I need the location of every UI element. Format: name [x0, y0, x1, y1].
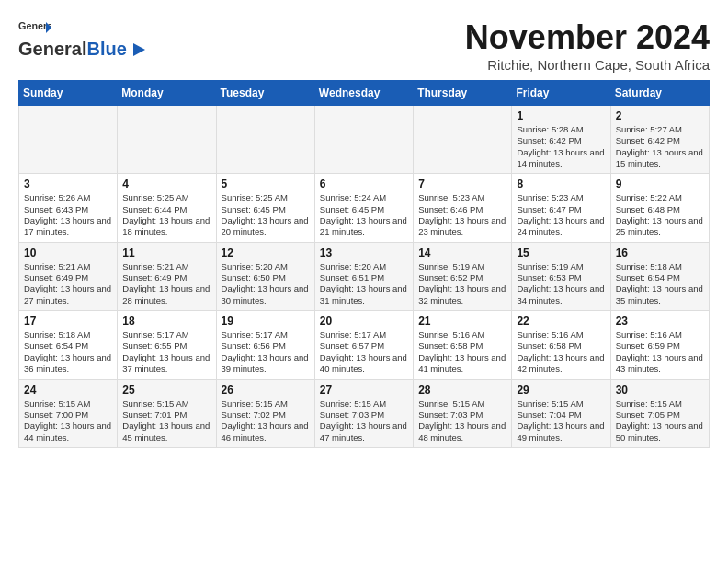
- calendar-cell: 23Sunrise: 5:16 AM Sunset: 6:59 PM Dayli…: [610, 311, 709, 379]
- title-area: November 2024 Ritchie, Northern Cape, So…: [465, 18, 710, 73]
- calendar-cell: 18Sunrise: 5:17 AM Sunset: 6:55 PM Dayli…: [118, 311, 216, 379]
- calendar-cell: 15Sunrise: 5:19 AM Sunset: 6:53 PM Dayli…: [512, 242, 610, 310]
- day-number: 30: [616, 384, 704, 396]
- day-info: Sunrise: 5:15 AM Sunset: 7:02 PM Dayligh…: [222, 398, 310, 443]
- day-info: Sunrise: 5:22 AM Sunset: 6:48 PM Dayligh…: [616, 192, 704, 237]
- calendar-cell: 4Sunrise: 5:25 AM Sunset: 6:44 PM Daylig…: [118, 174, 216, 242]
- day-info: Sunrise: 5:18 AM Sunset: 6:54 PM Dayligh…: [616, 261, 704, 306]
- day-number: 22: [517, 315, 605, 327]
- day-info: Sunrise: 5:21 AM Sunset: 6:49 PM Dayligh…: [122, 261, 210, 306]
- calendar-cell: 17Sunrise: 5:18 AM Sunset: 6:54 PM Dayli…: [19, 311, 118, 379]
- week-row-5: 24Sunrise: 5:15 AM Sunset: 7:00 PM Dayli…: [19, 379, 710, 447]
- day-number: 7: [418, 178, 506, 190]
- subtitle: Ritchie, Northern Cape, South Africa: [465, 57, 710, 73]
- day-number: 19: [222, 315, 310, 327]
- week-row-1: 1Sunrise: 5:28 AM Sunset: 6:42 PM Daylig…: [19, 106, 710, 174]
- day-number: 24: [24, 384, 112, 396]
- calendar-cell: 29Sunrise: 5:15 AM Sunset: 7:04 PM Dayli…: [512, 379, 610, 447]
- day-number: 14: [418, 247, 506, 259]
- day-number: 27: [320, 384, 408, 396]
- day-info: Sunrise: 5:15 AM Sunset: 7:03 PM Dayligh…: [320, 398, 408, 443]
- day-info: Sunrise: 5:16 AM Sunset: 6:58 PM Dayligh…: [418, 329, 506, 374]
- calendar-cell: 21Sunrise: 5:16 AM Sunset: 6:58 PM Dayli…: [414, 311, 512, 379]
- day-info: Sunrise: 5:17 AM Sunset: 6:55 PM Dayligh…: [122, 329, 210, 374]
- calendar-cell: 30Sunrise: 5:15 AM Sunset: 7:05 PM Dayli…: [610, 379, 709, 447]
- day-number: 9: [616, 178, 704, 190]
- day-info: Sunrise: 5:17 AM Sunset: 6:57 PM Dayligh…: [320, 329, 408, 374]
- calendar-cell: [19, 106, 118, 174]
- weekday-header-thursday: Thursday: [414, 81, 512, 106]
- calendar-cell: 27Sunrise: 5:15 AM Sunset: 7:03 PM Dayli…: [314, 379, 413, 447]
- weekday-header-saturday: Saturday: [610, 81, 709, 106]
- calendar-cell: 28Sunrise: 5:15 AM Sunset: 7:03 PM Dayli…: [414, 379, 512, 447]
- day-number: 4: [122, 178, 210, 190]
- day-number: 18: [122, 315, 210, 327]
- day-number: 13: [320, 247, 408, 259]
- day-number: 3: [24, 178, 112, 190]
- logo-general: General: [18, 39, 86, 60]
- calendar-cell: 8Sunrise: 5:23 AM Sunset: 6:47 PM Daylig…: [512, 174, 610, 242]
- day-info: Sunrise: 5:19 AM Sunset: 6:53 PM Dayligh…: [517, 261, 605, 306]
- day-number: 12: [222, 247, 310, 259]
- calendar-cell: 6Sunrise: 5:24 AM Sunset: 6:45 PM Daylig…: [314, 174, 413, 242]
- calendar-cell: 2Sunrise: 5:27 AM Sunset: 6:42 PM Daylig…: [610, 106, 709, 174]
- day-number: 29: [517, 384, 605, 396]
- calendar-cell: 12Sunrise: 5:20 AM Sunset: 6:50 PM Dayli…: [216, 242, 314, 310]
- calendar-cell: 13Sunrise: 5:20 AM Sunset: 6:51 PM Dayli…: [314, 242, 413, 310]
- calendar-cell: 26Sunrise: 5:15 AM Sunset: 7:02 PM Dayli…: [216, 379, 314, 447]
- day-number: 25: [122, 384, 210, 396]
- day-info: Sunrise: 5:15 AM Sunset: 7:03 PM Dayligh…: [418, 398, 506, 443]
- month-title: November 2024: [465, 18, 710, 57]
- day-number: 1: [517, 109, 605, 122]
- week-row-2: 3Sunrise: 5:26 AM Sunset: 6:43 PM Daylig…: [19, 174, 710, 242]
- calendar-cell: [118, 106, 216, 174]
- day-number: 21: [418, 315, 506, 327]
- week-row-3: 10Sunrise: 5:21 AM Sunset: 6:49 PM Dayli…: [19, 242, 710, 310]
- calendar-cell: 5Sunrise: 5:25 AM Sunset: 6:45 PM Daylig…: [216, 174, 314, 242]
- weekday-header-wednesday: Wednesday: [314, 81, 413, 106]
- calendar-table: SundayMondayTuesdayWednesdayThursdayFrid…: [18, 80, 710, 448]
- day-number: 15: [517, 247, 605, 259]
- day-info: Sunrise: 5:20 AM Sunset: 6:50 PM Dayligh…: [222, 261, 310, 306]
- day-info: Sunrise: 5:21 AM Sunset: 6:49 PM Dayligh…: [24, 261, 112, 306]
- logo-blue: Blue: [86, 39, 126, 60]
- day-number: 8: [517, 178, 605, 190]
- day-info: Sunrise: 5:20 AM Sunset: 6:51 PM Dayligh…: [320, 261, 408, 306]
- day-info: Sunrise: 5:28 AM Sunset: 6:42 PM Dayligh…: [517, 124, 605, 169]
- day-number: 28: [418, 384, 506, 396]
- day-number: 26: [222, 384, 310, 396]
- day-number: 6: [320, 178, 408, 190]
- svg-marker-2: [133, 43, 145, 56]
- day-number: 17: [24, 315, 112, 327]
- calendar-cell: 11Sunrise: 5:21 AM Sunset: 6:49 PM Dayli…: [118, 242, 216, 310]
- day-info: Sunrise: 5:15 AM Sunset: 7:00 PM Dayligh…: [24, 398, 112, 443]
- week-row-4: 17Sunrise: 5:18 AM Sunset: 6:54 PM Dayli…: [19, 311, 710, 379]
- day-number: 2: [616, 109, 704, 122]
- day-info: Sunrise: 5:16 AM Sunset: 6:59 PM Dayligh…: [616, 329, 704, 374]
- calendar-cell: 1Sunrise: 5:28 AM Sunset: 6:42 PM Daylig…: [512, 106, 610, 174]
- day-info: Sunrise: 5:26 AM Sunset: 6:43 PM Dayligh…: [24, 192, 112, 237]
- weekday-header-sunday: Sunday: [19, 81, 118, 106]
- day-info: Sunrise: 5:18 AM Sunset: 6:54 PM Dayligh…: [24, 329, 112, 374]
- day-info: Sunrise: 5:24 AM Sunset: 6:45 PM Dayligh…: [320, 192, 408, 237]
- calendar-cell: 20Sunrise: 5:17 AM Sunset: 6:57 PM Dayli…: [314, 311, 413, 379]
- day-info: Sunrise: 5:23 AM Sunset: 6:47 PM Dayligh…: [517, 192, 605, 237]
- day-number: 23: [616, 315, 704, 327]
- day-number: 20: [320, 315, 408, 327]
- calendar-cell: 24Sunrise: 5:15 AM Sunset: 7:00 PM Dayli…: [19, 379, 118, 447]
- weekday-header-tuesday: Tuesday: [216, 81, 314, 106]
- calendar-cell: 22Sunrise: 5:16 AM Sunset: 6:58 PM Dayli…: [512, 311, 610, 379]
- day-info: Sunrise: 5:15 AM Sunset: 7:04 PM Dayligh…: [517, 398, 605, 443]
- calendar-cell: [216, 106, 314, 174]
- weekday-header-friday: Friday: [512, 81, 610, 106]
- day-info: Sunrise: 5:23 AM Sunset: 6:46 PM Dayligh…: [418, 192, 506, 237]
- logo: General General Blue: [18, 18, 147, 60]
- weekday-header-monday: Monday: [118, 81, 216, 106]
- day-number: 10: [24, 247, 112, 259]
- calendar-cell: [414, 106, 512, 174]
- calendar-cell: 7Sunrise: 5:23 AM Sunset: 6:46 PM Daylig…: [414, 174, 512, 242]
- calendar-cell: 14Sunrise: 5:19 AM Sunset: 6:52 PM Dayli…: [414, 242, 512, 310]
- weekday-header-row: SundayMondayTuesdayWednesdayThursdayFrid…: [19, 81, 710, 106]
- day-number: 16: [616, 247, 704, 259]
- day-number: 5: [222, 178, 310, 190]
